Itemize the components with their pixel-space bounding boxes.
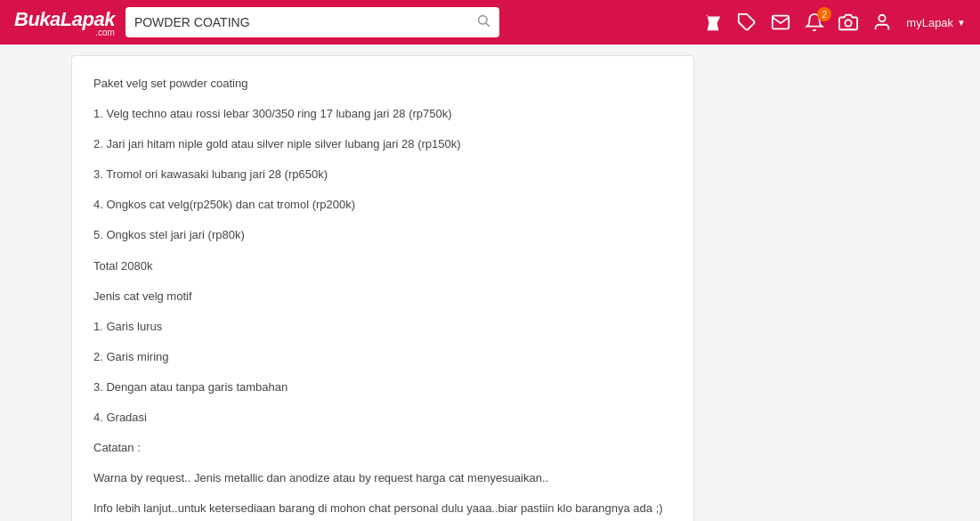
total-text: Total 2080k	[93, 256, 672, 276]
notification-icon-nav[interactable]: 2	[805, 12, 824, 32]
notification-badge: 2	[817, 7, 831, 21]
mylapak-button[interactable]: myLapak ▼	[906, 16, 966, 29]
nav-icons: 2 myLapak ▼	[703, 12, 966, 32]
header: BukaLapak .com	[0, 0, 980, 45]
motif-3: 3. Dengan atau tanpa garis tambahan	[93, 378, 672, 397]
motif-4: 4. Gradasi	[93, 408, 672, 427]
mail-icon-nav[interactable]	[771, 12, 790, 32]
svg-point-3	[846, 20, 852, 26]
motif-list: 1. Garis lurus 2. Garis miring 3. Dengan…	[93, 317, 672, 427]
item-1: 1. Velg techno atau rossi lebar 300/350 …	[93, 104, 672, 124]
items-list: 1. Velg techno atau rossi lebar 300/350 …	[93, 104, 672, 245]
svg-line-1	[486, 23, 490, 27]
sidebar-left	[0, 55, 71, 521]
catatan-content: Warna by request.. Jenis metallic dan an…	[93, 468, 672, 488]
mylapak-label: myLapak	[906, 16, 953, 29]
store-icon-nav[interactable]	[703, 12, 723, 32]
search-input[interactable]	[134, 15, 469, 29]
main-content: Paket velg set powder coating 1. Velg te…	[0, 45, 980, 521]
info-text: Info lebih lanjut..untuk ketersediaan ba…	[93, 499, 672, 518]
item-2: 2. Jari jari hitam niple gold atau silve…	[93, 134, 672, 154]
search-button[interactable]	[476, 13, 490, 31]
motif-1: 1. Garis lurus	[93, 317, 672, 337]
motif-2: 2. Garis miring	[93, 347, 672, 367]
logo-text: BukaLapak	[14, 8, 115, 30]
sidebar-right	[694, 55, 872, 521]
motif-title: Jenis cat velg motif	[93, 287, 672, 306]
item-5: 5. Ongkos stel jari jari (rp80k)	[93, 225, 672, 245]
content-area: Paket velg set powder coating 1. Velg te…	[71, 55, 694, 521]
search-icon	[476, 13, 490, 28]
item-4: 4. Ongkos cat velg(rp250k) dan cat tromo…	[93, 195, 672, 215]
paket-title: Paket velg set powder coating	[93, 74, 672, 94]
svg-point-4	[879, 15, 886, 21]
product-description: Paket velg set powder coating 1. Velg te…	[93, 74, 672, 521]
logo[interactable]: BukaLapak .com	[14, 8, 115, 37]
item-3: 3. Tromol ori kawasaki lubang jari 28 (r…	[93, 165, 672, 184]
search-bar	[126, 7, 499, 37]
svg-point-0	[479, 16, 487, 24]
catatan-label: Catatan :	[93, 438, 672, 458]
mylapak-arrow-icon: ▼	[957, 18, 966, 28]
user-icon-nav[interactable]	[872, 12, 892, 32]
tag-icon-nav[interactable]	[737, 12, 757, 32]
camera-icon-nav[interactable]	[838, 12, 858, 32]
